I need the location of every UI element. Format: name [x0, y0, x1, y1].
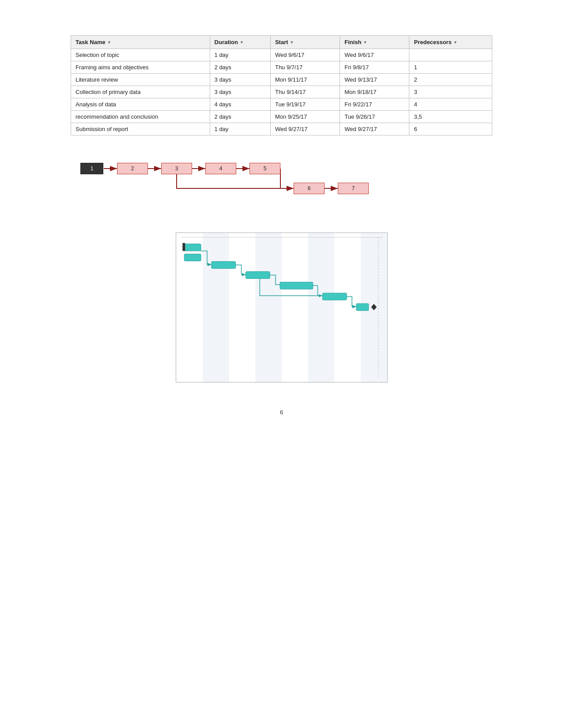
- task-name-cell: Submission of report: [71, 123, 210, 135]
- finish-cell: Tue 9/26/17: [340, 111, 409, 123]
- table-row: Submission of report 1 day Wed 9/27/17 W…: [71, 123, 492, 135]
- svg-rect-15: [211, 262, 235, 269]
- gantt-container: [176, 233, 388, 383]
- nd-node-3: 3: [161, 163, 192, 174]
- pred-cell: 2: [409, 74, 492, 86]
- duration-cell: 3 days: [210, 86, 270, 98]
- svg-rect-13: [182, 243, 185, 251]
- th-finish: Finish ▼: [340, 36, 409, 49]
- svg-rect-7: [255, 233, 282, 382]
- network-section: 1 2 3 4 5 6 7: [71, 153, 492, 210]
- network-diagram: 1 2 3 4 5 6 7: [71, 153, 492, 210]
- task-name-cell: Framing aims and objectives: [71, 61, 210, 74]
- task-name-cell: recommendation and conclusion: [71, 111, 210, 123]
- start-cell: Tue 9/19/17: [270, 98, 340, 111]
- duration-cell: 3 days: [210, 74, 270, 86]
- svg-rect-19: [356, 304, 369, 311]
- table-row: Literature review 3 days Mon 9/11/17 Wed…: [71, 74, 492, 86]
- svg-rect-8: [308, 233, 334, 382]
- table-section: Task Name ▼ Duration ▼ Start ▼: [71, 35, 492, 135]
- svg-rect-16: [246, 271, 270, 278]
- svg-rect-14: [184, 254, 201, 261]
- start-cell: Mon 9/25/17: [270, 111, 340, 123]
- task-name-cell: Literature review: [71, 74, 210, 86]
- task-name-cell: Selection of topic: [71, 49, 210, 61]
- table-row: Framing aims and objectives 2 days Thu 9…: [71, 61, 492, 74]
- finish-cell: Fri 9/8/17: [340, 61, 409, 74]
- nd-node-5: 5: [249, 163, 280, 174]
- gantt-svg: [176, 233, 387, 382]
- table-row: recommendation and conclusion 2 days Mon…: [71, 111, 492, 123]
- th-start: Start ▼: [270, 36, 340, 49]
- start-cell: Mon 9/11/17: [270, 74, 340, 86]
- svg-rect-6: [203, 233, 229, 382]
- duration-cell: 4 days: [210, 98, 270, 111]
- finish-cell: Mon 9/18/17: [340, 86, 409, 98]
- task-name-cell: Collection of primary data: [71, 86, 210, 98]
- start-cell: Wed 9/27/17: [270, 123, 340, 135]
- gantt-section: [71, 233, 492, 383]
- duration-cell: 2 days: [210, 61, 270, 74]
- pred-cell: 3,5: [409, 111, 492, 123]
- start-cell: Wed 9/6/17: [270, 49, 340, 61]
- page-number: 6: [71, 409, 492, 416]
- duration-cell: 1 day: [210, 123, 270, 135]
- start-cell: Thu 9/14/17: [270, 86, 340, 98]
- table-row: Selection of topic 1 day Wed 9/6/17 Wed …: [71, 49, 492, 61]
- finish-cell: Wed 9/27/17: [340, 123, 409, 135]
- task-table: Task Name ▼ Duration ▼ Start ▼: [71, 35, 492, 135]
- svg-rect-17: [280, 282, 313, 289]
- network-arrows-svg: [71, 153, 492, 210]
- th-duration: Duration ▼: [210, 36, 270, 49]
- nd-node-6: 6: [294, 183, 325, 194]
- nd-node-2: 2: [117, 163, 148, 174]
- pred-cell: 1: [409, 61, 492, 74]
- th-predecessors: Predecessors ▼: [409, 36, 492, 49]
- duration-cell: 1 day: [210, 49, 270, 61]
- nd-node-1: 1: [80, 163, 103, 174]
- duration-cell: 2 days: [210, 111, 270, 123]
- page: Task Name ▼ Duration ▼ Start ▼: [0, 0, 563, 728]
- task-name-cell: Analysis of data: [71, 98, 210, 111]
- table-row: Analysis of data 4 days Tue 9/19/17 Fri …: [71, 98, 492, 111]
- th-task-name: Task Name ▼: [71, 36, 210, 49]
- finish-cell: Wed 9/13/17: [340, 74, 409, 86]
- pred-cell: 4: [409, 98, 492, 111]
- svg-rect-18: [322, 293, 347, 300]
- pred-cell: 6: [409, 123, 492, 135]
- finish-cell: Wed 9/6/17: [340, 49, 409, 61]
- pred-cell: [409, 49, 492, 61]
- table-row: Collection of primary data 3 days Thu 9/…: [71, 86, 492, 98]
- nd-node-4: 4: [205, 163, 236, 174]
- pred-cell: 3: [409, 86, 492, 98]
- nd-node-7: 7: [338, 183, 369, 194]
- finish-cell: Fri 9/22/17: [340, 98, 409, 111]
- svg-rect-12: [184, 244, 201, 251]
- start-cell: Thu 9/7/17: [270, 61, 340, 74]
